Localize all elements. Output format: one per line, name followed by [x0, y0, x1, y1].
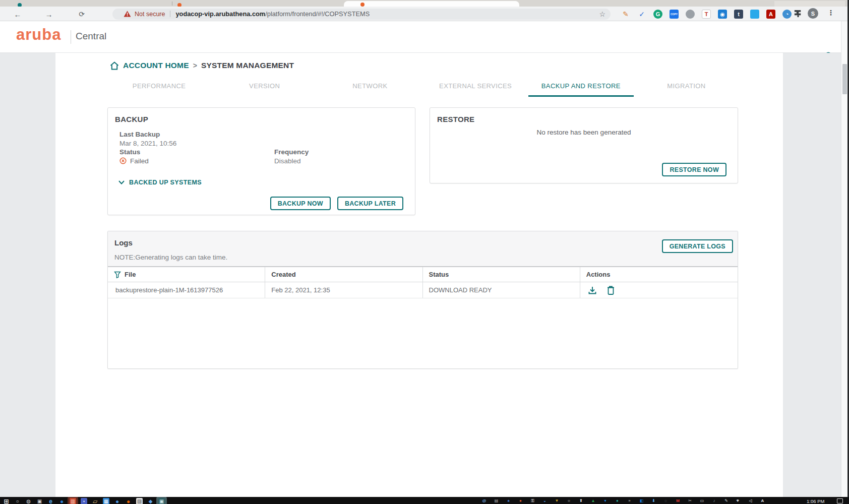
blue-globe-app-icon[interactable]: ● — [58, 498, 65, 504]
address-bar[interactable]: Not secure yodacop-vip.arubathena.com/pl… — [112, 9, 611, 20]
active-app-icon[interactable]: ▣ — [158, 498, 165, 504]
search-sphere-extension-icon[interactable]: ◔ — [782, 10, 792, 19]
tab-backup-and-restore[interactable]: BACKUP AND RESTORE — [528, 78, 634, 97]
tray-icon-clip[interactable]: ✂ — [687, 498, 693, 503]
tray-icon-up[interactable]: ⬆ — [578, 498, 584, 503]
copy-extension-icon[interactable]: COPY — [670, 10, 679, 19]
globe-extension-icon[interactable] — [686, 10, 695, 19]
task-view-icon[interactable]: ▣ — [36, 498, 43, 504]
frequency-value: Disabled — [274, 157, 309, 166]
column-header-status[interactable]: Status — [423, 267, 580, 282]
url-text[interactable]: yodacop-vip.arubathena.com/platform/fron… — [175, 10, 370, 18]
bookmark-star-icon[interactable]: ☆ — [599, 10, 605, 18]
grammarly-extension-icon[interactable]: G — [653, 10, 662, 19]
powerpoint-icon[interactable]: ▥ — [70, 498, 76, 504]
spreadsheet-app-icon[interactable]: ▨ — [136, 498, 143, 504]
tray-icon-down[interactable]: ⬇ — [651, 498, 656, 503]
tray-icon-gray[interactable]: ◌ — [663, 498, 669, 503]
url-divider — [170, 11, 170, 17]
tray-icon-shield[interactable]: ▼ — [554, 498, 560, 503]
backup-frequency: Frequency Disabled — [274, 148, 309, 165]
tray-icon-at[interactable]: @ — [481, 498, 487, 503]
firefox-icon[interactable]: ● — [125, 498, 132, 504]
tray-icon-sync[interactable]: ◒ — [542, 498, 548, 503]
log-table-row[interactable]: backuprestore-plain-1M-1613977526 Feb 22… — [108, 282, 738, 298]
backed-up-systems-toggle[interactable]: BACKED UP SYSTEMS — [118, 179, 202, 186]
chat-extension-icon[interactable] — [750, 10, 759, 19]
onedrive-app-icon[interactable]: ▦ — [103, 498, 109, 504]
tab-network[interactable]: NETWORK — [317, 78, 422, 97]
restore-now-button[interactable]: RESTORE NOW — [662, 163, 726, 176]
action-center-icon[interactable] — [837, 498, 843, 503]
tray-icon-note[interactable]: ♪ — [711, 498, 717, 503]
refresh-icon[interactable]: ⟳ — [76, 8, 88, 20]
not-secure-label[interactable]: Not secure — [135, 11, 165, 18]
blue-circle-app-icon[interactable]: ● — [114, 498, 120, 504]
delete-icon[interactable] — [607, 285, 615, 295]
text-tool-extension-icon[interactable]: T — [702, 10, 711, 19]
browser-scrollbar[interactable] — [841, 21, 847, 497]
tray-icon-pin[interactable]: ♠ — [506, 498, 511, 503]
highlighter-extension-icon[interactable]: ✎ — [621, 10, 630, 19]
tray-icon-ring[interactable]: ○ — [566, 498, 572, 503]
tray-icon-blue-m[interactable]: ▾ — [602, 498, 608, 503]
column-header-created[interactable]: Created — [265, 267, 422, 282]
url-domain: yodacop-vip.arubathena.com — [175, 10, 265, 18]
taskbar-clock[interactable]: 1:06 PM — [807, 498, 824, 504]
tumblr-extension-icon[interactable]: t — [734, 10, 743, 19]
breadcrumb-separator: > — [193, 61, 197, 70]
browser-tab-right[interactable] — [774, 1, 845, 7]
acrobat-extension-icon[interactable]: A — [766, 10, 775, 19]
backup-status-row: Failed — [119, 157, 176, 166]
tray-icon-lang[interactable]: A — [760, 498, 765, 503]
breadcrumb-account-home[interactable]: ACCOUNT HOME — [123, 61, 189, 70]
folder-icon[interactable]: ▱ — [92, 498, 98, 504]
scrollbar-thumb[interactable] — [842, 64, 847, 94]
camera-extension-icon[interactable]: ◉ — [718, 10, 727, 19]
backup-now-button[interactable]: BACKUP NOW — [270, 197, 331, 210]
column-header-file[interactable]: File — [108, 267, 265, 282]
tray-icon-vol[interactable]: ◁ — [748, 498, 753, 503]
cortana-icon[interactable]: ◍ — [25, 498, 32, 504]
tray-icon-green[interactable]: ▲ — [590, 498, 596, 503]
filter-icon[interactable] — [114, 271, 121, 278]
tray-icon-box2[interactable]: ▭ — [699, 498, 705, 503]
edge-icon[interactable]: e — [47, 498, 54, 504]
backup-later-button[interactable]: BACKUP LATER — [337, 197, 403, 210]
tray-icon-box[interactable]: ▤ — [494, 498, 499, 503]
search-icon[interactable]: ○ — [14, 498, 21, 504]
tray-icon-key[interactable]: ⚿ — [530, 498, 535, 503]
section-tabs: PERFORMANCE VERSION NETWORK EXTERNAL SER… — [106, 78, 739, 97]
tray-icon-chev[interactable]: » — [627, 498, 632, 503]
browser-profile-avatar[interactable]: S — [808, 8, 818, 19]
tray-icon-pen[interactable]: ✎ — [723, 498, 729, 503]
back-icon[interactable]: ← — [12, 8, 24, 20]
last-backup-label: Last Backup — [119, 130, 176, 139]
download-icon[interactable] — [587, 285, 597, 295]
aruba-logo[interactable]: aruba — [16, 26, 61, 44]
tab-migration[interactable]: MIGRATION — [634, 78, 739, 97]
forward-icon[interactable]: → — [43, 8, 55, 20]
start-button[interactable]: ⊞ — [3, 498, 10, 504]
active-browser-tab[interactable] — [344, 1, 519, 7]
tray-icon-alert[interactable]: ● — [518, 498, 523, 503]
system-tray: @▤♠●⚿◒▼○⬆▲▾●»◧⬇◌M✂▭♪✎ᯤ◁A — [481, 498, 765, 503]
browser-menu-icon[interactable]: ⋮ — [827, 9, 834, 17]
spellcheck-extension-icon[interactable]: ✓ — [637, 10, 646, 19]
home-icon[interactable] — [110, 61, 119, 70]
logs-title: Logs — [114, 238, 133, 247]
tab-performance[interactable]: PERFORMANCE — [106, 78, 212, 97]
brand-divider — [71, 30, 71, 44]
tray-icon-teal[interactable]: ● — [615, 498, 620, 503]
blue-diamond-app-icon[interactable]: ◆ — [147, 498, 154, 504]
tray-icon-blue-d[interactable]: ◧ — [639, 498, 644, 503]
extensions-puzzle-icon[interactable] — [794, 9, 802, 19]
browser-toolbar: ← → ⟳ Not secure yodacop-vip.arubathena.… — [0, 7, 849, 21]
url-path: /platform/frontend/#!/COPSYSTEMS — [265, 10, 370, 18]
tab-external-services[interactable]: EXTERNAL SERVICES — [423, 78, 528, 97]
generate-logs-button[interactable]: GENERATE LOGS — [662, 239, 733, 253]
tab-version[interactable]: VERSION — [212, 78, 317, 97]
tray-icon-net[interactable]: ᯤ — [736, 498, 741, 503]
tray-icon-mail[interactable]: M — [675, 498, 681, 503]
teams-icon[interactable]: ▪ — [81, 498, 87, 504]
